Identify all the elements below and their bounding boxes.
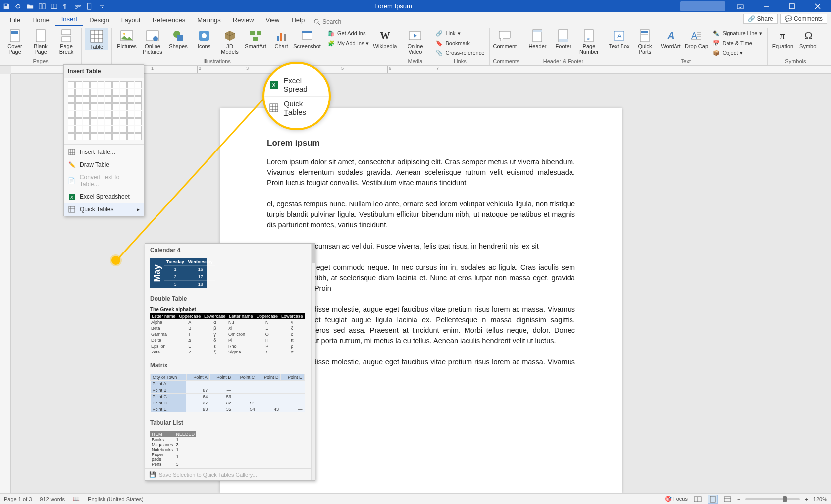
grid-cell[interactable] — [90, 133, 97, 140]
online-pictures-button[interactable]: Online Pictures — [141, 28, 164, 55]
grid-cell[interactable] — [90, 81, 97, 88]
grid-cell[interactable] — [120, 111, 127, 118]
grid-cell[interactable] — [105, 118, 112, 125]
grid-cell[interactable] — [120, 89, 127, 96]
grid-cell[interactable] — [112, 133, 119, 140]
grid-cell[interactable] — [83, 103, 90, 110]
grid-cell[interactable] — [75, 133, 82, 140]
page-break-button[interactable]: Page Break — [54, 28, 78, 55]
3d-models-button[interactable]: 3D Models — [218, 28, 242, 55]
grid-cell[interactable] — [135, 118, 142, 125]
comments-button[interactable]: 💬 Comments — [780, 14, 827, 24]
grid-cell[interactable] — [75, 111, 82, 118]
layout-icon[interactable] — [50, 2, 58, 11]
grid-cell[interactable] — [83, 133, 90, 140]
grid-cell[interactable] — [105, 133, 112, 140]
blank-page-button[interactable]: Blank Page — [29, 28, 52, 55]
bookmark-button[interactable]: 🔖Bookmark — [433, 39, 486, 48]
grid-cell[interactable] — [90, 126, 97, 133]
grid-cell[interactable] — [120, 126, 127, 133]
grid-cell[interactable] — [127, 103, 134, 110]
grid-cell[interactable] — [120, 81, 127, 88]
grid-cell[interactable] — [127, 133, 134, 140]
grid-cell[interactable] — [98, 103, 104, 110]
vertical-ruler[interactable] — [0, 74, 11, 493]
grid-cell[interactable] — [105, 89, 112, 96]
grid-cell[interactable] — [105, 96, 112, 103]
tab-mailings[interactable]: Mailings — [191, 14, 227, 26]
web-layout-button[interactable] — [723, 495, 732, 504]
scrollbar-thumb[interactable] — [312, 244, 315, 263]
grid-cell[interactable] — [75, 96, 82, 103]
grid-cell[interactable] — [105, 111, 112, 118]
chart-button[interactable]: Chart — [269, 28, 293, 49]
window-icon[interactable] — [38, 2, 47, 11]
grid-cell[interactable] — [120, 103, 127, 110]
datetime-button[interactable]: 📅Date & Time — [710, 39, 764, 48]
matrix-preview[interactable]: City or TownPoint APoint BPoint CPoint D… — [150, 374, 310, 412]
maximize-icon[interactable] — [780, 0, 803, 12]
grid-cell[interactable] — [98, 118, 104, 125]
grid-cell[interactable] — [135, 89, 142, 96]
grid-cell[interactable] — [127, 111, 134, 118]
status-language[interactable]: English (United States) — [88, 496, 144, 502]
tab-view[interactable]: View — [260, 14, 285, 26]
grid-cell[interactable] — [127, 126, 134, 133]
grid-cell[interactable] — [112, 118, 119, 125]
table-size-grid[interactable] — [64, 78, 144, 143]
grid-cell[interactable] — [135, 133, 142, 140]
folder-icon[interactable] — [26, 2, 35, 11]
grid-cell[interactable] — [120, 118, 127, 125]
grid-cell[interactable] — [112, 111, 119, 118]
save-icon[interactable] — [2, 2, 11, 11]
grid-cell[interactable] — [68, 126, 75, 133]
grid-cell[interactable] — [127, 89, 134, 96]
grid-cell[interactable] — [90, 103, 97, 110]
print-layout-button[interactable] — [708, 495, 718, 504]
share-button[interactable]: 🔗 Share — [743, 14, 777, 24]
comment-button[interactable]: Comment — [493, 28, 517, 49]
grid-cell[interactable] — [75, 126, 82, 133]
grid-cell[interactable] — [90, 118, 97, 125]
grid-cell[interactable] — [98, 111, 104, 118]
grid-cell[interactable] — [135, 111, 142, 118]
online-video-button[interactable]: Online Video — [403, 28, 427, 55]
grid-cell[interactable] — [68, 118, 75, 125]
grid-cell[interactable] — [105, 81, 112, 88]
grid-cell[interactable] — [83, 89, 90, 96]
spellcheck-icon[interactable]: abc — [73, 2, 82, 11]
get-addins-button[interactable]: 🛍️Get Add-ins — [325, 29, 371, 38]
grid-cell[interactable] — [90, 89, 97, 96]
smartart-button[interactable]: SmartArt — [244, 28, 267, 49]
draw-table-menu-item[interactable]: ✏️Draw Table — [64, 158, 144, 171]
grid-cell[interactable] — [112, 89, 119, 96]
shapes-button[interactable]: Shapes — [166, 28, 190, 49]
grid-cell[interactable] — [83, 126, 90, 133]
tab-home[interactable]: Home — [26, 14, 55, 26]
pictures-button[interactable]: Pictures — [115, 28, 139, 49]
symbol-button[interactable]: ΩSymbol — [796, 28, 820, 49]
tab-insert[interactable]: Insert — [55, 13, 84, 26]
zoom-slider-knob[interactable] — [783, 496, 787, 502]
grid-cell[interactable] — [98, 133, 104, 140]
minimize-icon[interactable] — [755, 0, 778, 12]
grid-cell[interactable] — [135, 81, 142, 88]
grid-cell[interactable] — [83, 111, 90, 118]
signature-line-button[interactable]: ✒️Signature Line ▾ — [710, 29, 764, 38]
zoom-out-button[interactable]: − — [737, 496, 740, 502]
equation-button[interactable]: πEquation — [771, 28, 794, 49]
cover-page-button[interactable]: Cover Page — [3, 28, 27, 55]
link-button[interactable]: 🔗Link ▾ — [433, 29, 486, 38]
excel-spreadsheet-menu-item[interactable]: XExcel Spreadsheet — [64, 190, 144, 203]
dropcap-button[interactable]: ADrop Cap — [684, 28, 708, 49]
grid-cell[interactable] — [127, 118, 134, 125]
grid-cell[interactable] — [105, 126, 112, 133]
calendar4-preview[interactable]: MayTuesdayWednesday116217318 — [150, 258, 310, 288]
user-account-area[interactable] — [680, 1, 725, 11]
grid-cell[interactable] — [127, 96, 134, 103]
tab-layout[interactable]: Layout — [115, 14, 147, 26]
status-words[interactable]: 912 words — [40, 496, 65, 502]
document-heading[interactable]: Lorem ipsum — [267, 138, 575, 148]
document-paragraph[interactable]: Lorem ipsum dolor sit amet, consectetur … — [267, 157, 575, 188]
grid-cell[interactable] — [98, 96, 104, 103]
